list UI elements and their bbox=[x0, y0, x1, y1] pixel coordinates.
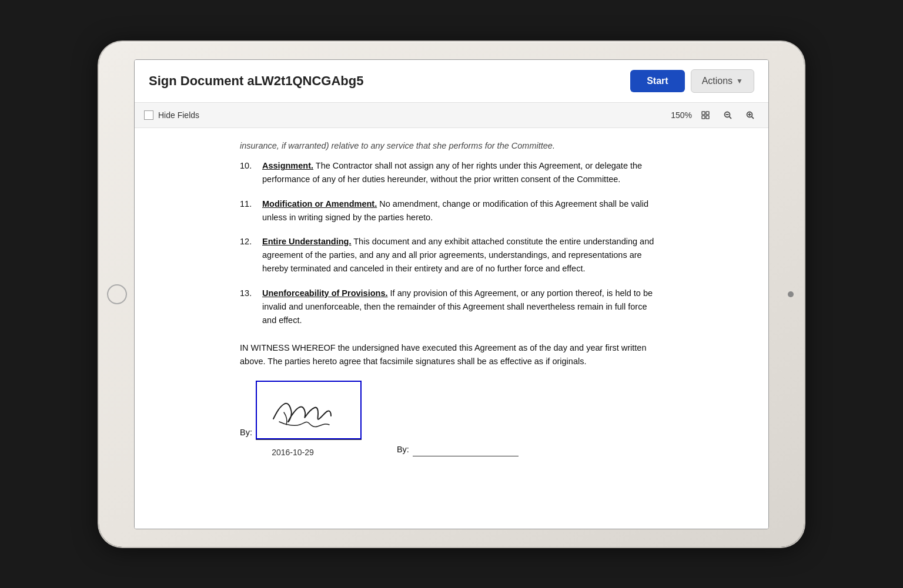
section-13-title: Unenforceability of Provisions. bbox=[262, 288, 388, 298]
sig-right-line bbox=[413, 456, 519, 456]
signature-row: By: bbox=[240, 381, 663, 459]
svg-rect-1 bbox=[706, 112, 709, 115]
sig-left-line bbox=[256, 439, 362, 440]
svg-rect-0 bbox=[702, 112, 705, 115]
document-content: insurance, if warranted) relative to any… bbox=[135, 128, 768, 529]
zoom-out-button[interactable] bbox=[719, 106, 737, 124]
start-button[interactable]: Start bbox=[630, 70, 684, 92]
toolbar-left: Hide Fields bbox=[144, 110, 199, 120]
actions-button[interactable]: Actions ▼ bbox=[691, 69, 754, 93]
section-13-num: 13. bbox=[240, 287, 256, 328]
signature-box[interactable] bbox=[256, 381, 362, 439]
section-12: 12. Entire Understanding. This document … bbox=[240, 235, 663, 276]
tablet-screen: Sign Document aLW2t1QNCGAbg5 Start Actio… bbox=[134, 59, 769, 529]
section-11-title: Modification or Amendment. bbox=[262, 199, 377, 209]
signature-right-block: By: bbox=[397, 443, 519, 459]
witness-section: IN WITNESS WHEREOF the undersigned have … bbox=[240, 341, 663, 459]
zoom-level: 150% bbox=[665, 110, 692, 120]
witness-text: IN WITNESS WHEREOF the undersigned have … bbox=[240, 341, 663, 368]
section-13: 13. Unenforceability of Provisions. If a… bbox=[240, 287, 663, 328]
section-10-title: Assignment. bbox=[262, 161, 313, 170]
chevron-down-icon: ▼ bbox=[736, 77, 743, 85]
toolbar: Hide Fields 150% bbox=[135, 103, 768, 128]
page-title: Sign Document aLW2t1QNCGAbg5 bbox=[149, 73, 363, 89]
section-11: 11. Modification or Amendment. No amendm… bbox=[240, 197, 663, 224]
section-10-body: The Contractor shall not assign any of h… bbox=[262, 161, 642, 184]
tablet-frame: Sign Document aLW2t1QNCGAbg5 Start Actio… bbox=[99, 42, 804, 547]
svg-line-8 bbox=[752, 116, 754, 119]
section-10-num: 10. bbox=[240, 159, 256, 186]
header-actions: Start Actions ▼ bbox=[630, 69, 754, 93]
svg-rect-2 bbox=[702, 116, 705, 119]
hide-fields-checkbox[interactable] bbox=[144, 110, 153, 120]
svg-rect-3 bbox=[706, 116, 709, 119]
header: Sign Document aLW2t1QNCGAbg5 Start Actio… bbox=[135, 60, 768, 103]
document-text: insurance, if warranted) relative to any… bbox=[240, 140, 663, 459]
sig-date: 2016-10-29 bbox=[240, 446, 346, 459]
sig-right-label: By: bbox=[397, 443, 409, 456]
svg-line-5 bbox=[730, 116, 732, 119]
section-12-num: 12. bbox=[240, 235, 256, 276]
section-10: 10. Assignment. The Contractor shall not… bbox=[240, 159, 663, 186]
section-12-title: Entire Understanding. bbox=[262, 237, 351, 246]
section-11-num: 11. bbox=[240, 197, 256, 224]
home-button[interactable] bbox=[107, 284, 127, 304]
camera-dot bbox=[788, 291, 794, 297]
fullscreen-button[interactable] bbox=[697, 106, 714, 124]
toolbar-right: 150% bbox=[665, 106, 759, 124]
hide-fields-label[interactable]: Hide Fields bbox=[158, 110, 199, 120]
sig-left-label: By: bbox=[240, 426, 252, 439]
signature-left-block: By: bbox=[240, 381, 362, 459]
intro-paragraph: insurance, if warranted) relative to any… bbox=[240, 140, 663, 153]
zoom-in-button[interactable] bbox=[741, 106, 759, 124]
